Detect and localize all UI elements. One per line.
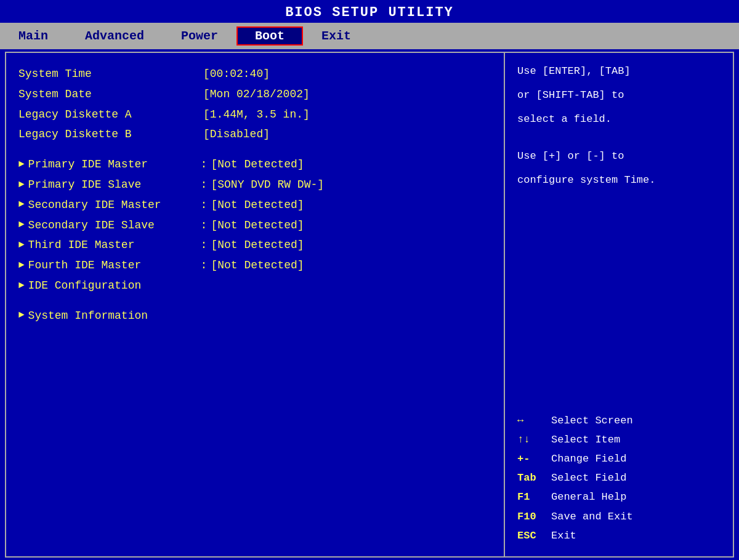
secondary-ide-slave-row[interactable]: ► Secondary IDE Slave : [Not Detected] (18, 217, 491, 234)
fourth-ide-master-value: [Not Detected] (211, 257, 304, 274)
legacy-diskette-b-value[interactable]: [Disabled] (203, 126, 270, 143)
shortcut-desc-6: Exit (551, 527, 576, 544)
primary-ide-slave-label: Primary IDE Slave (28, 176, 201, 194)
shortcut-exit: ESC Exit (517, 527, 721, 544)
third-ide-master-value: [Not Detected] (211, 236, 304, 254)
shortcut-desc-3: Select Field (551, 470, 626, 486)
secondary-ide-slave-label: Secondary IDE Slave (28, 217, 201, 234)
content-area: System Time [00:02:40] System Date [Mon … (5, 52, 734, 558)
primary-ide-master-value: [Not Detected] (211, 156, 304, 174)
system-information-label: System Information (28, 307, 201, 325)
legacy-diskette-b-label: Legacy Diskette B (18, 126, 203, 143)
shortcut-key-0: ↔ (517, 412, 551, 429)
shortcut-change-field: +- Change Field (517, 450, 721, 467)
shortcut-desc-4: General Help (551, 489, 626, 505)
legacy-diskette-a-value[interactable]: [1.44M, 3.5 in.] (203, 106, 310, 124)
menu-item-main[interactable]: Main (0, 26, 67, 46)
help-section: Use [ENTER], [TAB] or [SHIFT-TAB] to sel… (517, 63, 721, 412)
shortcut-select-item: ↑↓ Select Item (517, 431, 721, 448)
secondary-ide-master-label: Secondary IDE Master (28, 196, 201, 214)
ide-configuration-row[interactable]: ► IDE Configuration (18, 277, 491, 295)
menu-bar: Main Advanced Power Boot Exit (0, 23, 739, 49)
help-line-3: select a field. (517, 111, 721, 127)
arrow-icon-2: ► (18, 197, 25, 213)
shortcut-key-4: F1 (517, 489, 551, 505)
help-line-2: or [SHIFT-TAB] to (517, 87, 721, 103)
third-ide-master-label: Third IDE Master (28, 236, 201, 254)
shortcuts-section: ↔ Select Screen ↑↓ Select Item +- Change… (517, 412, 721, 546)
main-panel: System Time [00:02:40] System Date [Mon … (6, 53, 505, 556)
section-gap-2 (18, 297, 491, 307)
shortcut-key-5: F10 (517, 508, 551, 525)
shortcut-desc-0: Select Screen (551, 412, 633, 429)
secondary-ide-master-row[interactable]: ► Secondary IDE Master : [Not Detected] (18, 196, 491, 214)
section-gap-1 (18, 146, 491, 156)
menu-item-boot[interactable]: Boot (236, 26, 303, 46)
help-line-6: configure system Time. (517, 172, 721, 188)
system-time-value[interactable]: [00:02:40] (203, 65, 270, 83)
shortcut-key-1: ↑↓ (517, 431, 551, 448)
system-information-row[interactable]: ► System Information (18, 307, 491, 325)
shortcut-select-field: Tab Select Field (517, 470, 721, 486)
fourth-ide-master-label: Fourth IDE Master (28, 257, 201, 274)
shortcut-key-6: ESC (517, 527, 551, 544)
secondary-ide-master-value: [Not Detected] (211, 196, 304, 214)
title-bar: BIOS SETUP UTILITY (0, 0, 739, 23)
primary-ide-master-label: Primary IDE Master (28, 156, 201, 174)
arrow-icon-6: ► (18, 278, 25, 294)
help-line-5: Use [+] or [-] to (517, 148, 721, 164)
legacy-diskette-a-row: Legacy Diskette A [1.44M, 3.5 in.] (18, 106, 491, 124)
arrow-icon-3: ► (18, 217, 25, 233)
arrow-icon-5: ► (18, 258, 25, 274)
arrow-icon-7: ► (18, 308, 25, 324)
help-spacer (517, 135, 721, 148)
arrow-icon-1: ► (18, 177, 25, 193)
shortcut-key-3: Tab (517, 470, 551, 486)
ide-configuration-label: IDE Configuration (28, 277, 201, 295)
shortcut-desc-2: Change Field (551, 450, 626, 467)
menu-item-exit[interactable]: Exit (303, 26, 370, 46)
legacy-diskette-b-row: Legacy Diskette B [Disabled] (18, 126, 491, 143)
help-line-1: Use [ENTER], [TAB] (517, 63, 721, 79)
bios-title: BIOS SETUP UTILITY (285, 5, 454, 20)
primary-ide-slave-row[interactable]: ► Primary IDE Slave : [SONY DVD RW DW-] (18, 176, 491, 194)
fourth-ide-master-row[interactable]: ► Fourth IDE Master : [Not Detected] (18, 257, 491, 274)
shortcut-desc-5: Save and Exit (551, 508, 633, 525)
side-panel: Use [ENTER], [TAB] or [SHIFT-TAB] to sel… (505, 53, 733, 556)
side-panel-inner: Use [ENTER], [TAB] or [SHIFT-TAB] to sel… (517, 63, 721, 546)
system-date-row: System Date [Mon 02/18/2002] (18, 86, 491, 103)
system-time-label: System Time (18, 65, 203, 83)
arrow-icon-0: ► (18, 157, 25, 173)
menu-item-advanced[interactable]: Advanced (67, 26, 163, 46)
system-time-row: System Time [00:02:40] (18, 65, 491, 83)
legacy-diskette-a-label: Legacy Diskette A (18, 106, 203, 124)
shortcut-desc-1: Select Item (551, 431, 620, 448)
shortcut-general-help: F1 General Help (517, 489, 721, 505)
shortcut-select-screen: ↔ Select Screen (517, 412, 721, 429)
bios-screen: BIOS SETUP UTILITY Main Advanced Power B… (0, 0, 739, 560)
primary-ide-master-row[interactable]: ► Primary IDE Master : [Not Detected] (18, 156, 491, 174)
third-ide-master-row[interactable]: ► Third IDE Master : [Not Detected] (18, 236, 491, 254)
shortcut-save-exit: F10 Save and Exit (517, 508, 721, 525)
primary-ide-slave-value: [SONY DVD RW DW-] (211, 176, 324, 194)
shortcut-key-2: +- (517, 450, 551, 467)
system-date-label: System Date (18, 86, 203, 103)
arrow-icon-4: ► (18, 238, 25, 254)
system-date-value[interactable]: [Mon 02/18/2002] (203, 86, 310, 103)
secondary-ide-slave-value: [Not Detected] (211, 217, 304, 234)
menu-item-power[interactable]: Power (163, 26, 236, 46)
